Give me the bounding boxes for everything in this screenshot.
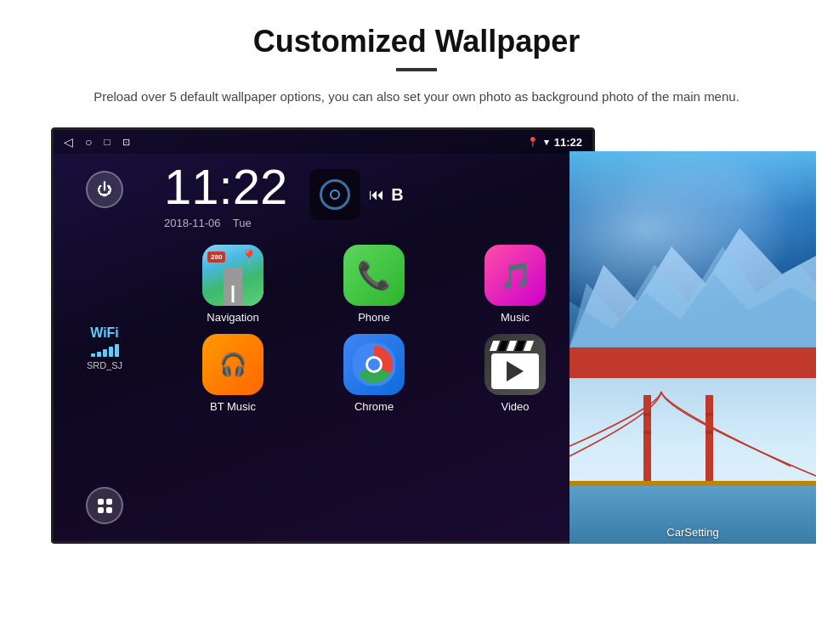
red-strip-content — [576, 347, 809, 378]
wifi-ssid: SRD_SJ — [87, 360, 122, 370]
android-screen: ◁ ○ □ ⊡ 📍 ▾ 11:22 — [51, 127, 595, 544]
bridge-road-deck — [570, 481, 816, 486]
wifi-bar-3 — [103, 349, 107, 357]
clock-right-widgets: ⏮ B — [309, 169, 403, 220]
apps-button[interactable] — [86, 487, 123, 524]
clock-area: 11:22 2018-11-06 Tue — [164, 162, 584, 229]
recents-nav-icon[interactable]: □ — [104, 136, 110, 148]
wallpaper-panels: CarSetting — [570, 151, 816, 544]
screenshot-icon[interactable]: ⊡ — [122, 137, 130, 148]
app-item-chrome[interactable]: Chrome — [309, 334, 439, 413]
power-icon: ⏻ — [97, 181, 112, 199]
media-controls: ⏮ B — [369, 185, 403, 205]
bt-music-app-label: BT Music — [210, 400, 256, 413]
location-status-icon: 📍 — [527, 137, 539, 148]
music-app-label: Music — [501, 311, 530, 324]
apps-dot — [106, 499, 112, 505]
svg-point-2 — [368, 359, 380, 370]
prev-track-icon[interactable]: ⏮ — [369, 186, 384, 204]
wallpaper-bottom-panel: CarSetting — [570, 378, 816, 544]
track-letter-b: B — [391, 185, 403, 205]
page-subtitle: Preload over 5 default wallpaper options… — [85, 87, 748, 107]
app-item-navigation[interactable]: 280 📍 Navigation — [167, 245, 298, 324]
phone-app-label: Phone — [358, 311, 390, 324]
wifi-bar-1 — [91, 353, 95, 357]
carsetting-label: CarSetting — [570, 526, 816, 539]
ice-shapes-svg — [570, 210, 816, 347]
wifi-bar-5 — [115, 344, 119, 357]
bt-music-app-icon: 🎧 — [202, 334, 264, 395]
device-container: ◁ ○ □ ⊡ 📍 ▾ 11:22 — [51, 127, 816, 544]
chrome-app-icon — [343, 334, 405, 395]
power-button[interactable]: ⏻ — [86, 171, 123, 208]
clock-date-value: 2018-11-06 — [164, 217, 221, 229]
video-app-icon — [484, 334, 546, 395]
wifi-status-icon: ▾ — [544, 137, 549, 148]
wallpaper-top-panel — [570, 151, 816, 347]
wifi-bars — [87, 344, 122, 357]
antenna-circle — [320, 179, 350, 210]
status-nav-icons: ◁ ○ □ ⊡ — [64, 135, 130, 149]
apps-dot — [106, 507, 112, 513]
bridge-cables-svg — [570, 387, 816, 486]
clock-date: 2018-11-06 Tue — [164, 217, 287, 229]
device-strip — [570, 347, 816, 378]
bluetooth-icon: 🎧 — [219, 352, 246, 378]
bridge-scene — [570, 378, 816, 544]
app-item-phone[interactable]: 📞 Phone — [309, 245, 439, 324]
app-item-music[interactable]: 🎵 Music — [450, 245, 581, 324]
navigation-app-icon: 280 📍 — [202, 245, 264, 306]
clock-day: Tue — [233, 217, 252, 229]
clock-time: 11:22 — [164, 162, 287, 212]
phone-app-icon: 📞 — [343, 245, 405, 306]
back-nav-icon[interactable]: ◁ — [64, 135, 73, 149]
play-triangle-icon — [507, 361, 524, 381]
page-title: Customized Wallpaper — [51, 24, 782, 59]
status-bar: ◁ ○ □ ⊡ 📍 ▾ 11:22 — [54, 130, 592, 154]
video-app-label: Video — [501, 400, 529, 413]
antenna-widget — [309, 169, 360, 220]
status-right-icons: 📍 ▾ 11:22 — [527, 136, 582, 149]
navigation-app-label: Navigation — [207, 311, 258, 324]
wifi-bar-4 — [109, 347, 113, 357]
music-app-icon: 🎵 — [484, 245, 546, 306]
clapperboard-icon — [491, 341, 539, 389]
status-time: 11:22 — [554, 136, 582, 149]
screen-content: ⏻ WiFi SRD_SJ — [54, 154, 592, 541]
clapperboard-bottom — [491, 353, 539, 389]
apps-grid-icon — [98, 499, 112, 513]
wifi-info: WiFi SRD_SJ — [87, 325, 122, 370]
center-content: 11:22 2018-11-06 Tue — [156, 154, 592, 541]
app-grid: 280 📍 Navigation 📞 — [164, 245, 584, 413]
clock-block: 11:22 2018-11-06 Tue — [164, 162, 287, 229]
app-item-video[interactable]: Video — [450, 334, 581, 413]
title-divider — [396, 68, 437, 71]
apps-dot — [98, 499, 104, 505]
sidebar: ⏻ WiFi SRD_SJ — [54, 154, 156, 541]
apps-dot — [98, 507, 104, 513]
chrome-app-label: Chrome — [354, 400, 394, 413]
antenna-inner — [330, 189, 340, 200]
chrome-logo-svg — [353, 343, 395, 386]
wifi-bar-2 — [97, 352, 101, 357]
clapperboard-top — [491, 341, 539, 351]
music-note-icon: 🎵 — [500, 261, 531, 291]
app-item-bt-music[interactable]: 🎧 BT Music — [167, 334, 298, 413]
wifi-label: WiFi — [87, 325, 122, 341]
home-nav-icon[interactable]: ○ — [85, 135, 92, 149]
